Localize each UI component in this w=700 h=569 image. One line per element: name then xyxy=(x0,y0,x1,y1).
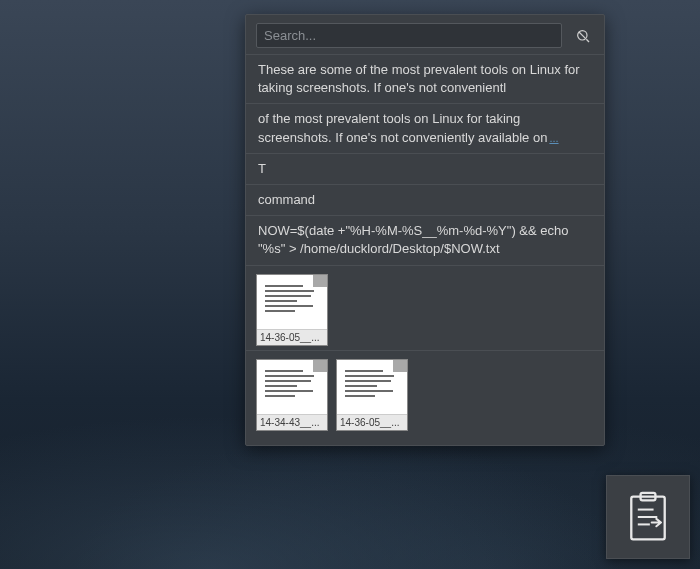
clip-entry[interactable]: NOW=$(date +"%H-%M-%S__%m-%d-%Y") && ech… xyxy=(246,215,604,264)
file-group: 14-34-43__... 14-36-05__... xyxy=(246,350,604,435)
clipboard-tray-button[interactable] xyxy=(606,475,690,559)
clip-text: of the most prevalent tools on Linux for… xyxy=(258,111,547,144)
clear-history-button[interactable] xyxy=(572,25,594,47)
clip-entry[interactable]: These are some of the most prevalent too… xyxy=(246,54,604,103)
file-thumb[interactable]: 14-36-05__... xyxy=(336,359,408,431)
clip-entry[interactable]: of the most prevalent tools on Linux for… xyxy=(246,103,604,152)
file-caption: 14-36-05__... xyxy=(337,414,407,430)
expand-link[interactable]: ... xyxy=(549,132,558,144)
search-row xyxy=(246,15,604,54)
search-input[interactable] xyxy=(256,23,562,48)
file-group: 14-36-05__... xyxy=(246,265,604,350)
file-thumb[interactable]: 14-34-43__... xyxy=(256,359,328,431)
svg-line-2 xyxy=(586,39,589,42)
clip-text: T xyxy=(258,161,266,176)
file-thumb[interactable]: 14-36-05__... xyxy=(256,274,328,346)
file-caption: 14-36-05__... xyxy=(257,329,327,345)
clip-text: These are some of the most prevalent too… xyxy=(258,62,580,95)
file-caption: 14-34-43__... xyxy=(257,414,327,430)
clip-text: NOW=$(date +"%H-%M-%S__%m-%d-%Y") && ech… xyxy=(258,223,569,256)
clip-entry[interactable]: T xyxy=(246,153,604,184)
page-fold-icon xyxy=(313,275,327,287)
clipboard-popup: These are some of the most prevalent too… xyxy=(245,14,605,446)
page-fold-icon xyxy=(313,360,327,372)
page-fold-icon xyxy=(393,360,407,372)
clipboard-icon xyxy=(625,491,671,543)
clip-text: command xyxy=(258,192,315,207)
clear-icon xyxy=(575,28,591,44)
clip-entry[interactable]: command xyxy=(246,184,604,215)
svg-line-1 xyxy=(579,32,586,39)
